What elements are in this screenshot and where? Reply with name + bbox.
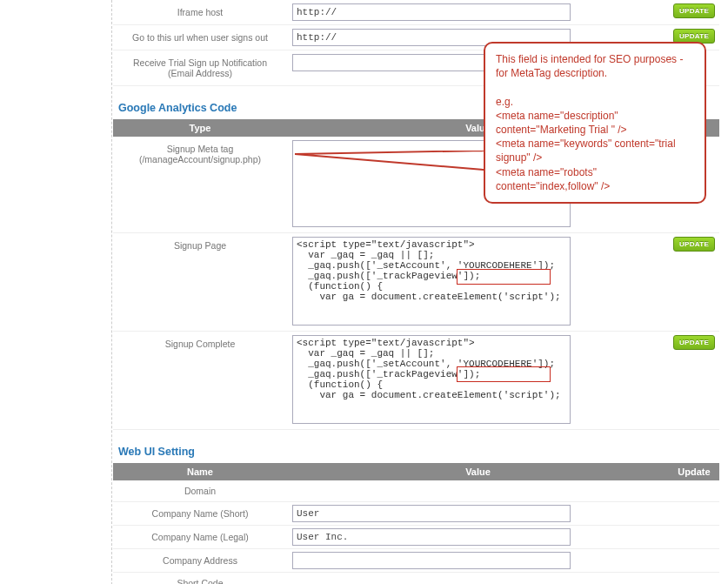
- row-signup-page: Signup Page UPDATE: [113, 233, 719, 332]
- input-company-short[interactable]: [292, 505, 571, 522]
- webui-header: Name Value Update: [113, 463, 719, 480]
- input-company-address[interactable]: [292, 552, 571, 569]
- section-title-webui: Web UI Setting: [113, 430, 719, 463]
- update-button-signup-page[interactable]: UPDATE: [673, 237, 715, 252]
- webui-label-company-legal: Company Name (Legal): [113, 527, 287, 547]
- label-iframe-host: Iframe host: [113, 3, 287, 21]
- webui-label-short-code: Short Code: [113, 573, 287, 584]
- webui-row-short-code: Short Code: [113, 573, 719, 584]
- label-signup-page: Signup Page: [113, 237, 287, 254]
- input-iframe-host[interactable]: [292, 3, 571, 21]
- webui-row-company-legal: Company Name (Legal): [113, 526, 719, 549]
- label-trial-email: Receive Trial Sign up Notification (Emai…: [113, 54, 287, 82]
- webui-label-domain: Domain: [113, 480, 287, 501]
- webui-row-company-short: Company Name (Short): [113, 502, 719, 526]
- seo-tooltip: This field is intended for SEO purposes …: [484, 42, 706, 204]
- webui-head-update: Update: [669, 463, 719, 480]
- label-signout-url: Go to this url when user signs out: [113, 29, 287, 46]
- webui-row-domain: Domain: [113, 480, 719, 502]
- row-iframe-host: Iframe host UPDATE: [113, 0, 719, 25]
- label-signup-meta: Signup Meta tag (/manageAccount/signup.p…: [113, 140, 287, 168]
- webui-label-company-short: Company Name (Short): [113, 503, 287, 524]
- left-divider: [111, 0, 112, 584]
- update-button-signup-complete[interactable]: UPDATE: [673, 335, 715, 350]
- textarea-signup-page[interactable]: [292, 237, 571, 326]
- update-button-iframe[interactable]: UPDATE: [673, 3, 715, 18]
- webui-row-company-address: Company Address: [113, 549, 719, 573]
- label-signup-complete: Signup Complete: [113, 335, 287, 352]
- input-company-legal[interactable]: [292, 528, 571, 546]
- row-signup-complete: Signup Complete UPDATE: [113, 332, 719, 430]
- webui-head-value: Value: [287, 463, 669, 480]
- webui-label-company-address: Company Address: [113, 550, 287, 571]
- webui-head-name: Name: [113, 463, 287, 480]
- textarea-signup-complete[interactable]: [292, 335, 571, 424]
- ga-head-type: Type: [113, 119, 287, 137]
